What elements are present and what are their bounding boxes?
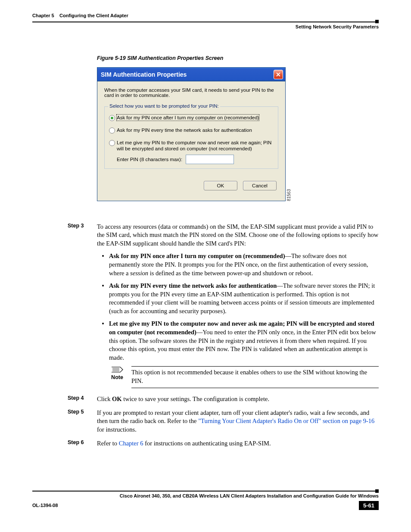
radio-icon	[109, 140, 115, 146]
dialog-intro-text: When the computer accesses your SIM card…	[104, 87, 278, 98]
pin-prompt-groupbox: Select how you want to be prompted for y…	[104, 106, 278, 169]
page-footer: Cisco Aironet 340, 350, and CB20A Wirele…	[32, 491, 379, 510]
note-label: Note	[109, 374, 125, 381]
bullet-icon: •	[97, 320, 109, 362]
step-5-text-b: for instructions.	[97, 426, 137, 433]
step-3: Step 3 To access any resources (data or …	[32, 223, 379, 390]
step-3-intro: To access any resources (data or command…	[97, 223, 378, 247]
chapter-6-link[interactable]: Chapter 6	[119, 440, 143, 447]
note-block: Note This option is not recommended beca…	[109, 366, 379, 388]
step-5: Step 5 If you are prompted to restart yo…	[32, 409, 379, 434]
radio-icon	[109, 128, 115, 134]
radio-icon	[109, 115, 115, 121]
step-4-ok: OK	[112, 395, 122, 402]
radio-on-off-link[interactable]: "Turning Your Client Adapter's Radio On …	[198, 417, 374, 424]
step-label: Step 5	[68, 409, 97, 434]
sim-auth-dialog: SIM Authentication Properties ✕ When the…	[97, 67, 286, 201]
step-label: Step 6	[68, 439, 97, 448]
session-term: session	[130, 270, 148, 277]
note-text: This option is not recommended because i…	[131, 369, 367, 384]
bullet-icon: •	[97, 252, 109, 277]
step-6-text-a: Refer to	[97, 440, 119, 447]
step-4: Step 4 Click OK twice to save your setti…	[32, 395, 379, 404]
note-icon: Note	[109, 366, 125, 381]
page-number: 5-61	[359, 501, 379, 510]
figure-caption: Figure 5-19 SIM Authentication Propertie…	[97, 55, 379, 61]
chapter-title: Configuring the Client Adapter	[59, 13, 128, 18]
section-title: Setting Network Security Parameters	[32, 24, 379, 29]
ok-button[interactable]: OK	[204, 181, 237, 190]
step-6-text-b: for instructions on authenticating using…	[143, 440, 271, 447]
page-header: Chapter 5 Configuring the Client Adapter	[32, 13, 379, 18]
note-rule-top	[131, 366, 379, 367]
radio-pin-everytime[interactable]: Ask for my PIN every time the network as…	[109, 127, 274, 134]
close-button[interactable]: ✕	[274, 70, 283, 79]
close-icon: ✕	[276, 71, 281, 78]
radio-label: Ask for my PIN every time the network as…	[117, 127, 252, 133]
radio-label: Let me give my PIN to the computer now a…	[117, 140, 274, 152]
bullet-3: • Let me give my PIN to the computer now…	[97, 320, 379, 362]
dialog-title: SIM Authentication Properties	[101, 71, 187, 78]
bullet-1-title: Ask for my PIN once after I turn my comp…	[109, 252, 285, 259]
step-label: Step 3	[68, 223, 97, 390]
radio-label: Ask for my PIN once after I turn my comp…	[117, 115, 259, 121]
bullet-1-text-b: is defined as the time between power-up …	[148, 270, 313, 277]
guide-title: Cisco Aironet 340, 350, and CB20A Wirele…	[32, 493, 379, 498]
step-4-text-a: Click	[97, 395, 112, 402]
bullet-icon: •	[97, 282, 109, 315]
pin-label: Enter PIN (8 characters max):	[117, 157, 182, 162]
image-id-label: 81563	[286, 188, 291, 201]
step-label: Step 4	[68, 395, 97, 404]
chapter-label: Chapter 5	[32, 13, 54, 18]
header-rule	[32, 22, 379, 22]
pin-input[interactable]	[186, 155, 234, 164]
step-6: Step 6 Refer to Chapter 6 for instructio…	[32, 439, 379, 448]
radio-pin-once[interactable]: Ask for my PIN once after I turn my comp…	[109, 115, 274, 121]
radio-pin-store[interactable]: Let me give my PIN to the computer now a…	[109, 140, 274, 152]
cancel-button[interactable]: Cancel	[243, 181, 277, 190]
groupbox-legend: Select how you want to be prompted for y…	[108, 103, 220, 109]
note-rule-bottom	[131, 388, 379, 388]
footer-rule	[32, 491, 379, 492]
doc-id: OL-1394-08	[32, 503, 58, 508]
step-4-text-b: twice to save your settings. The configu…	[122, 395, 269, 402]
dialog-titlebar[interactable]: SIM Authentication Properties ✕	[97, 68, 285, 81]
bullet-1: • Ask for my PIN once after I turn my co…	[97, 252, 379, 277]
bullet-2: • Ask for my PIN every time the network …	[97, 282, 379, 315]
bullet-2-title: Ask for my PIN every time the network as…	[109, 282, 277, 289]
